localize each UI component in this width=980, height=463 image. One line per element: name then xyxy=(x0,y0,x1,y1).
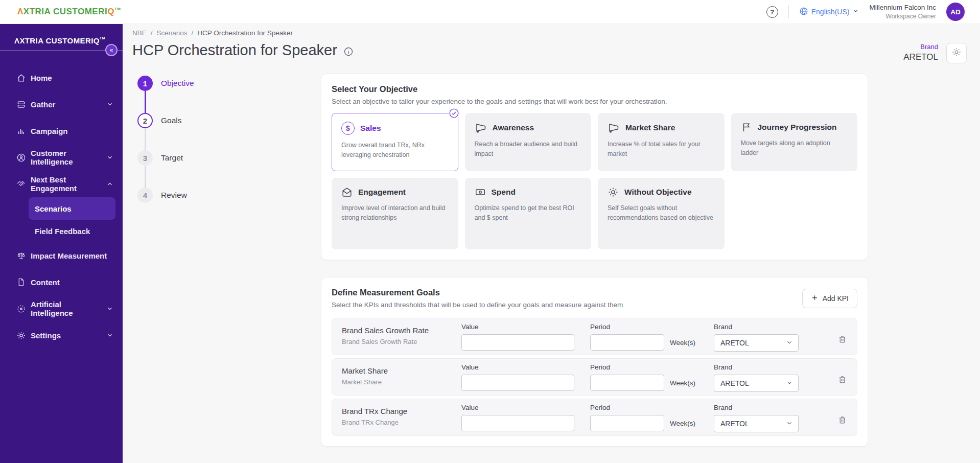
sidebar-item-next-best-engagement[interactable]: Next Best Engagement xyxy=(0,171,123,197)
step-review[interactable]: 4 Review xyxy=(137,188,321,203)
sidebar-item-artificial-intelligence[interactable]: Artificial Intelligence xyxy=(0,295,123,322)
objective-panel-title: Select Your Objective xyxy=(332,84,857,94)
step-label: Objective xyxy=(161,79,194,88)
step-number: 1 xyxy=(137,76,153,91)
value-label: Value xyxy=(461,323,590,331)
kpi-subtitle: Brand Sales Growth Rate xyxy=(342,338,461,345)
step-number: 2 xyxy=(137,113,153,128)
sidebar-item-impact-measurement[interactable]: Impact Measurement xyxy=(0,242,123,269)
chevron-down-icon xyxy=(106,154,113,161)
step-label: Review xyxy=(161,191,187,200)
period-input[interactable] xyxy=(590,375,664,391)
objective-card-description: Improve level of interaction and build s… xyxy=(341,203,450,223)
step-label: Goals xyxy=(161,116,182,125)
brand-select[interactable]: ARETOL xyxy=(714,375,799,392)
objective-panel-subtitle: Select an objective to tailor your exper… xyxy=(332,98,857,105)
globe-icon xyxy=(799,7,808,17)
info-icon[interactable] xyxy=(343,47,354,57)
sidebar: ΛXTRIA CUSTOMERIQTM « Home Gather Campai… xyxy=(0,24,123,463)
logo-text: XTRIA CUSTOMERI xyxy=(24,7,107,16)
delete-kpi-button[interactable] xyxy=(838,335,847,343)
gear-icon xyxy=(951,47,962,59)
main-content: NBE / Scenarios / HCP Orchestration for … xyxy=(123,24,980,463)
breadcrumb-current: HCP Orchestration for Speaker xyxy=(197,29,293,37)
page-title: HCP Orchestration for Speaker xyxy=(132,42,354,59)
step-goals[interactable]: 2 Goals xyxy=(137,113,321,128)
objective-card-description: Optimize spend to get the best ROI and $… xyxy=(475,203,583,223)
brand-select-value: ARETOL xyxy=(720,379,749,387)
step-target[interactable]: 3 Target xyxy=(137,150,321,166)
dollar-circle-icon: $ xyxy=(341,122,355,135)
add-kpi-button[interactable]: Add KPI xyxy=(802,289,857,308)
brand-select[interactable]: ARETOL xyxy=(714,415,799,432)
mail-open-icon xyxy=(341,187,353,198)
sidebar-item-scenarios[interactable]: Scenarios xyxy=(29,197,115,220)
sidebar-item-field-feedback[interactable]: Field Feedback xyxy=(29,220,115,242)
brand-select-value: ARETOL xyxy=(720,339,749,347)
chevron-down-icon xyxy=(106,332,113,339)
objective-card-description: Reach a broader audience and build impac… xyxy=(475,140,583,159)
objective-card-description: Increase % of total sales for your marke… xyxy=(608,140,716,159)
sidebar-item-content[interactable]: Content xyxy=(0,269,123,295)
settings-gear-button[interactable] xyxy=(946,43,967,63)
period-label: Period xyxy=(590,363,714,371)
value-input[interactable] xyxy=(461,334,574,351)
megaphone-icon xyxy=(608,122,620,134)
value-input[interactable] xyxy=(461,375,574,391)
sidebar-item-label: Next Best Engagement xyxy=(31,175,102,193)
objective-card-sales[interactable]: $ Sales Grow overall brand TRx, NRx leve… xyxy=(332,113,458,171)
period-label: Period xyxy=(590,323,714,331)
period-input[interactable] xyxy=(590,334,664,351)
sidebar-item-gather[interactable]: Gather xyxy=(0,91,123,118)
sidebar-item-label: Settings xyxy=(31,331,61,340)
objective-card-journey-progression[interactable]: Journey Progression Move targets along a… xyxy=(731,113,858,171)
sidebar-item-label: Content xyxy=(31,278,60,287)
help-icon[interactable]: ? xyxy=(766,6,778,18)
delete-kpi-button[interactable] xyxy=(838,375,847,384)
breadcrumb: NBE / Scenarios / HCP Orchestration for … xyxy=(132,29,967,37)
objective-card-without-objective[interactable]: Without Objective Self Select goals with… xyxy=(598,178,725,249)
delete-kpi-button[interactable] xyxy=(838,415,847,424)
avatar-initials: AD xyxy=(950,8,961,16)
period-input[interactable] xyxy=(590,415,664,431)
objective-card-spend[interactable]: Spend Optimize spend to get the best ROI… xyxy=(465,178,592,249)
goals-panel-title: Define Measurement Goals xyxy=(332,288,623,297)
collapse-icon: « xyxy=(110,47,113,53)
step-objective[interactable]: 1 Objective xyxy=(137,76,321,91)
sidebar-item-home[interactable]: Home xyxy=(0,64,123,91)
breadcrumb-scenarios[interactable]: Scenarios xyxy=(157,29,188,37)
logo-caret: Λ xyxy=(17,7,24,16)
value-input[interactable] xyxy=(461,415,574,431)
value-label: Value xyxy=(461,363,590,371)
select-objective-panel: Select Your Objective Select an objectiv… xyxy=(321,74,868,260)
objective-card-awareness[interactable]: Awareness Reach a broader audience and b… xyxy=(465,113,592,171)
measurement-goals-panel: Define Measurement Goals Select the KPIs… xyxy=(321,277,868,447)
objective-card-description: Move targets along an adoption ladder xyxy=(741,138,849,158)
brand-label: Brand xyxy=(714,363,824,371)
kpi-row-brand-trx-change: Brand TRx Change Brand TRx Change Value … xyxy=(332,399,857,436)
objective-card-engagement[interactable]: Engagement Improve level of interaction … xyxy=(332,178,458,249)
sidebar-item-customer-intelligence[interactable]: Customer Intelligence xyxy=(0,144,123,171)
breadcrumb-nbe[interactable]: NBE xyxy=(132,29,147,37)
step-number: 3 xyxy=(137,150,153,166)
avatar[interactable]: AD xyxy=(946,3,965,21)
scales-icon xyxy=(16,250,27,261)
value-label: Value xyxy=(461,404,590,411)
app-logo: ΛXTRIA CUSTOMERIQTM xyxy=(17,7,121,17)
brand-select[interactable]: ARETOL xyxy=(714,334,799,352)
sidebar-logo-caret: Λ xyxy=(14,36,19,45)
sidebar-collapse-button[interactable]: « xyxy=(105,44,118,56)
logo-tm: TM xyxy=(114,7,121,11)
sidebar-item-campaign[interactable]: Campaign xyxy=(0,118,123,144)
add-kpi-label: Add KPI xyxy=(823,294,849,303)
objective-card-name: Without Objective xyxy=(624,188,692,197)
sidebar-item-settings[interactable]: Settings xyxy=(0,322,123,349)
flag-icon xyxy=(741,122,752,133)
chevron-down-icon xyxy=(786,339,793,348)
sidebar-item-label: Campaign xyxy=(31,127,68,135)
objective-card-market-share[interactable]: Market Share Increase % of total sales f… xyxy=(598,113,725,171)
language-selector[interactable]: English(US) xyxy=(799,7,859,17)
chevron-down-icon xyxy=(786,379,793,388)
objective-card-name: Awareness xyxy=(493,123,534,132)
brand-label: Brand xyxy=(903,43,938,52)
